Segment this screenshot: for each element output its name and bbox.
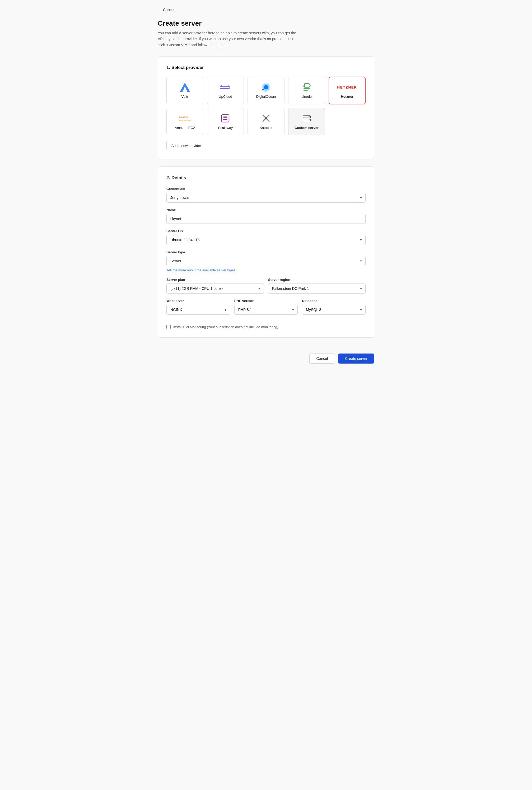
server-region-select-wrapper: Falkenstein DC Park 1 Nuremberg DC Park …	[268, 283, 366, 294]
provider-custom[interactable]: Custom server	[288, 108, 325, 135]
svg-rect-14	[223, 119, 227, 120]
credentials-select[interactable]: Jerry Lewis	[166, 193, 366, 203]
details-title: 2. Details	[166, 175, 366, 181]
svg-rect-9	[304, 90, 308, 91]
back-arrow-icon: ←	[158, 8, 162, 12]
katapult-icon	[260, 114, 272, 123]
provider-linode[interactable]: Linode	[288, 77, 325, 105]
server-os-field-group: Server OS Ubuntu 22.04 LTS Ubuntu 20.04 …	[166, 229, 366, 245]
provider-custom-label: Custom server	[294, 126, 319, 130]
provider-digitalocean[interactable]: DigitalOcean	[248, 77, 284, 105]
credentials-select-wrapper: Jerry Lewis	[166, 193, 366, 203]
amazon-icon: amazon web services	[178, 114, 191, 123]
provider-grid: Vultr UpCloud	[166, 77, 366, 135]
php-field-group: PHP version PHP 8.1 PHP 8.0 PHP 7.4	[234, 299, 298, 315]
server-type-label: Server type	[166, 250, 366, 254]
plan-region-row: Server plan (cx11) 2GB RAM - CPU 1 core …	[166, 278, 366, 299]
server-plan-select[interactable]: (cx11) 2GB RAM - CPU 1 core -	[166, 283, 264, 294]
back-link[interactable]: ← Cancel	[158, 8, 175, 12]
server-region-field-group: Server region Falkenstein DC Park 1 Nure…	[268, 278, 366, 294]
provider-vultr-label: Vultr	[182, 95, 188, 98]
scaleway-icon	[219, 114, 232, 123]
svg-rect-6	[264, 91, 266, 91]
provider-scaleway[interactable]: Scaleway	[207, 108, 244, 135]
provider-hetzner-label: Hetzner	[341, 95, 354, 98]
php-select[interactable]: PHP 8.1 PHP 8.0 PHP 7.4	[234, 305, 298, 315]
monitoring-row: Install Ploi Monitoring (Your subscripti…	[166, 325, 366, 329]
provider-scaleway-label: Scaleway	[218, 126, 233, 130]
name-field-group: Name	[166, 208, 366, 224]
linode-icon	[300, 82, 313, 92]
provider-linode-label: Linode	[301, 95, 312, 98]
server-os-select-wrapper: Ubuntu 22.04 LTS Ubuntu 20.04 LTS Debian…	[166, 235, 366, 245]
digitalocean-icon	[260, 82, 272, 92]
svg-rect-12	[222, 115, 229, 122]
database-select[interactable]: MySQL 8 MySQL 5.7 MariaDB 10	[302, 305, 366, 315]
provider-amazon[interactable]: amazon web services Amazon EC2	[166, 108, 203, 135]
svg-rect-13	[223, 116, 227, 117]
webserver-select[interactable]: NGINX Apache OpenLiteSpeed	[166, 305, 230, 315]
select-provider-title: 1. Select provider	[166, 65, 366, 70]
monitoring-label: Install Ploi Monitoring (Your subscripti…	[173, 325, 279, 329]
provider-vultr[interactable]: Vultr	[166, 77, 203, 105]
credentials-label: Credentials	[166, 187, 366, 191]
server-region-label: Server region	[268, 278, 366, 282]
page-title: Create server	[158, 19, 374, 27]
page-description: You can add a server provider here to be…	[158, 30, 300, 48]
webserver-field-group: Webserver NGINX Apache OpenLiteSpeed	[166, 299, 230, 315]
hetzner-icon: HETZNER	[341, 82, 354, 92]
svg-text:web services: web services	[179, 119, 191, 121]
vultr-icon	[178, 82, 191, 92]
php-label: PHP version	[234, 299, 298, 303]
svg-point-21	[308, 119, 309, 120]
server-plan-select-wrapper: (cx11) 2GB RAM - CPU 1 core -	[166, 283, 264, 294]
svg-point-17	[265, 117, 267, 119]
cancel-button[interactable]: Cancel	[309, 354, 335, 363]
server-type-field-group: Server type Server Tell me more about th…	[166, 250, 366, 272]
database-select-wrapper: MySQL 8 MySQL 5.7 MariaDB 10	[302, 305, 366, 315]
provider-digitalocean-label: DigitalOcean	[256, 95, 276, 98]
custom-server-icon	[300, 114, 313, 123]
database-field-group: Database MySQL 8 MySQL 5.7 MariaDB 10	[302, 299, 366, 315]
svg-rect-7	[262, 89, 264, 90]
svg-rect-2	[221, 85, 228, 87]
monitoring-checkbox[interactable]	[166, 325, 171, 329]
add-provider-button[interactable]: Add a new provider	[166, 141, 206, 150]
credentials-field-group: Credentials Jerry Lewis	[166, 187, 366, 203]
server-type-select-wrapper: Server	[166, 256, 366, 266]
back-link-label: Cancel	[163, 8, 175, 12]
svg-marker-0	[180, 83, 190, 92]
server-plan-label: Server plan	[166, 278, 264, 282]
server-type-select[interactable]: Server	[166, 256, 366, 266]
provider-upcloud-label: UpCloud	[219, 95, 232, 98]
name-input[interactable]	[166, 214, 366, 224]
database-label: Database	[302, 299, 366, 303]
server-type-help-link[interactable]: Tell me more about the available server …	[166, 268, 235, 272]
provider-amazon-label: Amazon EC2	[175, 126, 195, 130]
select-provider-section: 1. Select provider Vultr	[158, 56, 374, 159]
upcloud-icon	[219, 82, 232, 92]
server-os-label: Server OS	[166, 229, 366, 233]
details-section: 2. Details Credentials Jerry Lewis Name …	[158, 167, 374, 338]
svg-point-5	[264, 85, 268, 89]
footer-actions: Cancel Create server	[158, 348, 374, 363]
webserver-label: Webserver	[166, 299, 230, 303]
provider-upcloud[interactable]: UpCloud	[207, 77, 244, 105]
stack-row: Webserver NGINX Apache OpenLiteSpeed PHP…	[166, 299, 366, 320]
svg-point-20	[308, 116, 309, 117]
php-select-wrapper: PHP 8.1 PHP 8.0 PHP 7.4	[234, 305, 298, 315]
name-label: Name	[166, 208, 366, 212]
svg-rect-8	[304, 88, 310, 89]
provider-katapult-label: Katapult	[260, 126, 272, 130]
create-server-button[interactable]: Create server	[338, 354, 374, 363]
webserver-select-wrapper: NGINX Apache OpenLiteSpeed	[166, 305, 230, 315]
svg-text:amazon: amazon	[179, 116, 188, 118]
provider-katapult[interactable]: Katapult	[248, 108, 284, 135]
server-plan-field-group: Server plan (cx11) 2GB RAM - CPU 1 core …	[166, 278, 264, 294]
server-os-select[interactable]: Ubuntu 22.04 LTS Ubuntu 20.04 LTS Debian…	[166, 235, 366, 245]
provider-hetzner[interactable]: HETZNER Hetzner	[329, 77, 366, 105]
server-region-select[interactable]: Falkenstein DC Park 1 Nuremberg DC Park …	[268, 283, 366, 294]
